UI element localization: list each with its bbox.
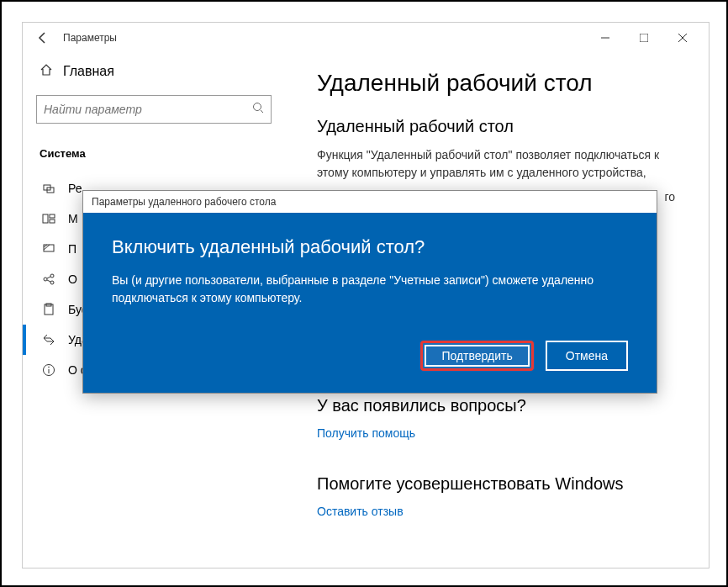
remote-icon [41,333,56,346]
cancel-button[interactable]: Отмена [546,341,628,371]
info-icon [41,363,56,377]
sidebar-section-title: Система [31,139,266,173]
titlebar: Параметры [23,23,709,53]
sidebar-item-label: Ре [68,182,82,195]
home-icon [40,63,53,80]
svg-point-4 [254,103,261,111]
search-box[interactable] [36,95,272,124]
help-heading: У вас появились вопросы? [317,396,675,415]
svg-line-16 [47,280,50,282]
back-button[interactable] [29,24,56,51]
svg-rect-1 [640,34,648,42]
share-icon [41,272,56,286]
search-input[interactable] [44,103,252,116]
svg-point-21 [48,367,50,368]
clipboard-icon [41,303,56,316]
resize-icon [41,182,56,195]
feedback-heading: Помогите усовершенствовать Windows [317,474,675,494]
home-label: Главная [63,64,114,79]
svg-point-14 [50,281,54,284]
svg-point-13 [50,274,54,278]
section-heading: Удаленный рабочий стол [317,117,675,136]
page-title: Удаленный рабочий стол [317,70,675,97]
description-text: Функция "Удаленный рабочий стол" позволя… [317,146,675,182]
dialog-heading: Включить удаленный рабочий стол? [112,236,628,258]
svg-point-12 [44,278,47,281]
close-button[interactable] [663,24,702,51]
svg-rect-8 [43,214,48,223]
dialog-body-text: Вы (и другие пользователи, выбранные в р… [112,272,628,307]
sidebar-item-label: М [68,212,78,225]
feedback-link[interactable]: Оставить отзыв [317,505,404,518]
maximize-button[interactable] [625,24,663,51]
svg-line-5 [261,110,263,113]
dialog-title: Параметры удаленного рабочего стола [83,191,657,213]
confirm-button[interactable]: Подтвердить [420,341,533,371]
confirmation-dialog: Параметры удаленного рабочего стола Вклю… [82,190,657,394]
svg-line-15 [47,277,50,278]
svg-rect-10 [50,219,55,223]
svg-rect-9 [50,214,55,218]
help-link[interactable]: Получить помощь [317,426,415,440]
project-icon [41,242,56,256]
home-nav[interactable]: Главная [31,53,266,90]
search-icon [252,102,264,117]
minimize-button[interactable] [586,24,625,51]
sidebar-item-label: О [68,272,77,286]
multitask-icon [41,212,56,225]
sidebar-item-label: П [68,242,76,256]
window-title: Параметры [63,32,117,44]
